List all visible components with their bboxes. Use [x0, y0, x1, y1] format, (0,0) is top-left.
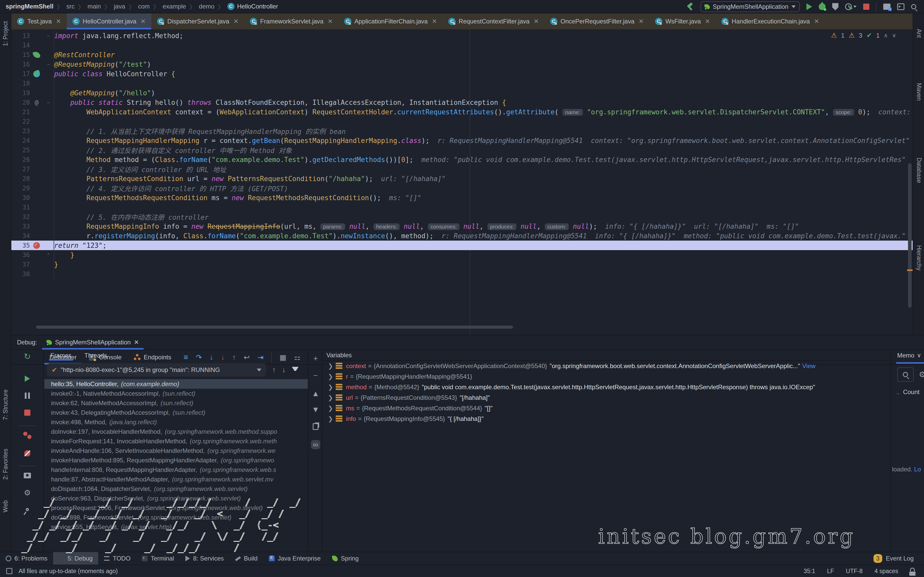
close-icon[interactable]: ✕ [56, 18, 61, 25]
stack-frame-row[interactable]: doInvoke:197, InvocableHandlerMethod,(or… [44, 427, 308, 436]
fold-marker[interactable]: − [43, 60, 54, 69]
gear-icon[interactable]: ⚙ [24, 488, 31, 497]
fold-marker[interactable]: ⌃ [43, 250, 54, 259]
tool-window-button-spring[interactable]: Spring [326, 552, 364, 565]
tool-button-database[interactable]: Database [916, 158, 922, 183]
breakpoint-icon[interactable] [30, 242, 43, 249]
stack-frame-row[interactable]: invokeForRequest:141, InvocableHandlerMe… [44, 436, 308, 446]
view-link[interactable]: View [802, 363, 816, 370]
view-breakpoints-icon[interactable] [23, 432, 31, 439]
close-icon[interactable]: ✕ [705, 18, 710, 25]
close-icon[interactable]: ✕ [814, 18, 819, 25]
pin-icon[interactable] [25, 508, 30, 512]
lock-icon[interactable] [910, 568, 915, 571]
file-encoding[interactable]: UTF-8 [846, 568, 863, 575]
variable-row[interactable]: ❯r={RequestMappingHandlerMapping@5541} [323, 371, 890, 382]
code-line[interactable]: 28 PatternsRequestCondition url = new Pa… [11, 174, 913, 184]
memory-tab[interactable]: Memo∨ [897, 352, 921, 359]
editor-tab[interactable]: CFrameworkServlet.java✕ [244, 13, 339, 29]
tool-button-structure[interactable]: 7: Structure [2, 390, 9, 420]
stack-frame-row[interactable]: handle:87, AbstractHandlerMethodAdapter,… [44, 474, 308, 484]
stack-frame-row[interactable]: hello:35, HelloController,(com.example.d… [44, 379, 308, 389]
chevron-right-icon[interactable]: ❯ [325, 405, 336, 412]
tool-window-button--problems[interactable]: 6: Problems [0, 552, 53, 565]
tool-window-button-todo[interactable]: TODO [98, 552, 136, 565]
stack-frame-row[interactable]: doService:963, DispatcherServlet,(org.sp… [44, 493, 308, 503]
tool-button-hierarchy[interactable]: Hierarchy [916, 245, 922, 271]
horizontal-scrollbar[interactable] [36, 326, 513, 329]
code-line[interactable]: 30 RequestMethodsRequestCondition ms = n… [11, 193, 913, 203]
editor-tab[interactable]: CApplicationFilterChain.java✕ [339, 13, 443, 29]
code-line[interactable]: 37} [11, 259, 913, 269]
profiler-button[interactable] [845, 3, 852, 10]
tool-window-button-terminal[interactable]: Terminal [136, 552, 180, 565]
close-icon[interactable]: ✕ [134, 339, 139, 346]
breadcrumb-item[interactable]: src [66, 3, 74, 10]
fold-marker[interactable]: − [43, 31, 54, 40]
next-frame-icon[interactable]: ↓ [282, 366, 286, 374]
mute-breakpoints-icon[interactable] [24, 450, 31, 456]
event-log-button[interactable]: 3Event Log [874, 554, 924, 563]
line-separator[interactable]: LF [827, 568, 834, 575]
editor-tab[interactable]: CHelloController.java✕ [67, 13, 151, 29]
code-line[interactable]: 31 [11, 203, 913, 212]
stack-frame-row[interactable]: processRequest:1006, FrameworkServlet,(o… [44, 503, 308, 513]
breadcrumb-item[interactable]: java [114, 3, 125, 10]
code-line[interactable]: 27 // 3. 定义访问 controller 的 URL 地址 [11, 164, 913, 174]
chevron-right-icon[interactable]: ❯ [325, 394, 336, 401]
code-line[interactable]: 34 r.registerMapping(info, Class.forName… [11, 231, 913, 240]
breadcrumb-item[interactable]: demo [199, 3, 215, 10]
show-watches-icon[interactable]: ∞ [311, 440, 320, 449]
code-line[interactable]: 17public class HelloController { [11, 69, 913, 79]
stack-frame-row[interactable]: invoke0:-1, NativeMethodAccessorImpl,(su… [44, 389, 308, 398]
editor-tab[interactable]: CRequestContextFilter.java✕ [443, 13, 544, 29]
frames-tab-frames[interactable]: Frames [50, 350, 71, 361]
code-line[interactable]: 36⌃ } [11, 250, 913, 259]
close-icon[interactable]: ✕ [141, 18, 146, 25]
memory-count-header[interactable]: Count [903, 388, 920, 395]
debug-button[interactable] [819, 3, 825, 10]
caret-position[interactable]: 35:1 [804, 568, 815, 575]
frames-tab-threads[interactable]: Threads [84, 350, 107, 361]
close-icon[interactable]: ✕ [233, 18, 239, 25]
code-editor[interactable]: 13−import java.lang.reflect.Method;1415@… [11, 29, 913, 335]
move-up-icon[interactable]: ▲ [311, 389, 320, 398]
variable-row[interactable]: ❯url={PatternsRequestCondition@5543}"[/h… [323, 392, 890, 403]
tool-window-button--services[interactable]: 8: Services [180, 552, 229, 565]
code-line[interactable]: 35return "123"; [11, 240, 913, 250]
project-structure-icon[interactable] [883, 3, 890, 10]
editor-tab[interactable]: CTest.java✕ [11, 13, 67, 29]
remove-watch-icon[interactable]: − [311, 371, 320, 380]
code-line[interactable]: 16−@RequestMapping("/test") [11, 60, 913, 69]
chevron-right-icon[interactable]: ❯ [325, 373, 336, 380]
code-line[interactable]: 38 [11, 269, 913, 279]
inspection-widget[interactable]: ⚠1 ⚠3 ✔1 ∧ ∨ [831, 31, 896, 39]
rerun-icon[interactable]: ↻ [24, 351, 31, 361]
code-line[interactable]: 25 // 2. 通过反射获得自定义 controller 中唯一的 Metho… [11, 145, 913, 155]
fold-marker[interactable]: − [43, 98, 54, 107]
code-line[interactable]: 15@RestController [11, 50, 913, 60]
variable-row[interactable]: ❯context={AnnotationConfigServletWebServ… [323, 361, 890, 371]
prev-frame-icon[interactable]: ↑ [272, 366, 276, 374]
tool-window-button--debug[interactable]: 5: Debug [53, 552, 98, 565]
stack-frame-row[interactable]: invoke:43, DelegatingMethodAccessorImpl,… [44, 408, 308, 417]
close-icon[interactable]: ✕ [639, 18, 644, 25]
close-icon[interactable]: ✕ [534, 18, 539, 25]
pause-icon[interactable] [25, 393, 30, 399]
gear-icon[interactable]: ⚙ [919, 370, 924, 379]
copy-icon[interactable] [311, 422, 320, 431]
tool-button-project[interactable]: 1: Project [2, 21, 9, 46]
stack-frame-row[interactable]: doDispatch:1064, DispatcherServlet,(org.… [44, 484, 308, 493]
chevron-right-icon[interactable]: ❯ [325, 363, 336, 370]
code-line[interactable]: 24 RequestMappingHandlerMapping r = cont… [11, 136, 913, 145]
variable-row[interactable]: ❯method={Method@5542}"public void com.ex… [323, 382, 890, 392]
breadcrumb-item[interactable]: com [138, 3, 150, 10]
stack-frame-row[interactable]: invoke:498, Method,(java.lang.reflect) [44, 417, 308, 427]
code-line[interactable]: 19 @GetMapping("/hello") [11, 88, 913, 98]
stack-frame-row[interactable]: handleInternal:808, RequestMappingHandle… [44, 465, 308, 474]
chevron-right-icon[interactable]: ❯ [325, 415, 336, 422]
stack-frame-row[interactable]: invoke:62, NativeMethodAccessorImpl,(sun… [44, 398, 308, 408]
variable-row[interactable]: ❯ms={RequestMethodsRequestCondition@5544… [323, 403, 890, 413]
run-config-select[interactable]: SpringMemShellApplication [701, 1, 800, 12]
code-line[interactable]: 20@− public static String hello() throws… [11, 98, 913, 107]
